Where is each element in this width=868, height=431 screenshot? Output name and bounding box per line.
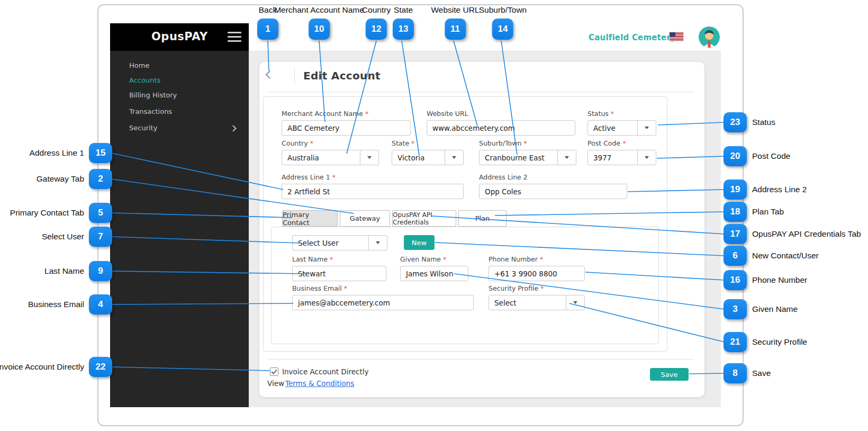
dropdown-arrow-icon[interactable] bbox=[566, 295, 584, 310]
dropdown-arrow-icon[interactable] bbox=[637, 121, 656, 135]
invoice-directly-label: Invoice Account Directly bbox=[282, 367, 369, 376]
callout-invoice-account-directly: Invoice Account Directly 22 bbox=[0, 357, 112, 377]
back-button[interactable] bbox=[264, 69, 274, 80]
business-email-field: Business Email* james@abccemetery.com bbox=[292, 284, 474, 310]
security-profile-field: Security Profile* Select bbox=[489, 284, 585, 310]
footer-divider bbox=[267, 359, 694, 360]
phone-number-input[interactable]: +61 3 9900 8800 bbox=[489, 266, 585, 281]
last-name-field: Last Name* Stewart bbox=[292, 255, 386, 281]
address-line-2-input[interactable]: Opp Coles bbox=[479, 184, 627, 199]
callout-badge-5: 5 bbox=[89, 203, 112, 223]
terms-and-conditions-link[interactable]: Terms & Conditions bbox=[285, 379, 354, 388]
callout-badge-20: 20 bbox=[724, 146, 747, 166]
required-asterisk: * bbox=[611, 110, 614, 118]
dropdown-arrow-icon[interactable] bbox=[360, 150, 378, 165]
callout-country: Country 12 bbox=[362, 5, 391, 40]
title-divider bbox=[294, 67, 295, 84]
dropdown-arrow-icon[interactable] bbox=[557, 150, 576, 165]
new-button[interactable]: New bbox=[404, 235, 435, 250]
address-line-1-field: Address Line 1* 2 Artfield St bbox=[282, 173, 464, 199]
callout-badge-10: 10 bbox=[309, 19, 330, 40]
invoice-directly-checkbox[interactable] bbox=[270, 367, 278, 376]
page-title: Edit Account bbox=[303, 69, 381, 82]
website-url-input[interactable]: www.abccemetery.com bbox=[427, 120, 575, 136]
callout-badge-21: 21 bbox=[724, 332, 747, 352]
given-name-field: Given Name* James Wilson bbox=[400, 255, 468, 281]
security-profile-select[interactable]: Select bbox=[489, 295, 585, 310]
dropdown-arrow-icon[interactable] bbox=[637, 150, 656, 165]
callout-status: 23 Status bbox=[724, 112, 775, 132]
callout-save: 8 Save bbox=[724, 363, 771, 383]
callout-badge-19: 19 bbox=[724, 179, 747, 200]
callout-plan-tab: 18 Plan Tab bbox=[724, 202, 784, 222]
required-asterisk: * bbox=[540, 255, 543, 263]
callout-security-profile: 21 Security Profile bbox=[724, 332, 807, 352]
address-line-2-field: Address Line 2 Opp Coles bbox=[479, 173, 627, 199]
callout-address-line-2: 19 Address Line 2 bbox=[724, 179, 807, 200]
tab-api-credentials[interactable]: OpusPAY API Credentials bbox=[392, 210, 456, 227]
phone-number-field: Phone Number* +61 3 9900 8800 bbox=[489, 255, 585, 281]
callout-badge-3: 3 bbox=[724, 299, 747, 319]
tab-gateway[interactable]: Gateway bbox=[340, 210, 390, 227]
callout-gateway-tab: Gateway Tab 2 bbox=[37, 169, 112, 189]
address-line-1-input[interactable]: 2 Artfield St bbox=[282, 184, 464, 199]
us-flag-icon bbox=[670, 32, 683, 41]
callout-badge-14: 14 bbox=[492, 19, 513, 40]
state-field: State* Victoria bbox=[392, 139, 464, 165]
callout-badge-8: 8 bbox=[724, 363, 747, 383]
select-user-dropdown[interactable]: Select User bbox=[292, 235, 387, 250]
save-button[interactable]: Save bbox=[650, 368, 689, 381]
callout-post-code: 20 Post Code bbox=[724, 146, 790, 166]
given-name-input[interactable]: James Wilson bbox=[400, 266, 468, 281]
callout-primary-contact-tab: Primary Contact Tab 5 bbox=[10, 203, 112, 223]
post-code-field: Post Code* 3977 bbox=[587, 139, 656, 165]
select-user-field: Select User bbox=[292, 235, 387, 250]
required-asterisk: * bbox=[523, 139, 527, 147]
callout-badge-12: 12 bbox=[366, 19, 387, 40]
sidebar-item-billing-history[interactable]: Billing History bbox=[129, 91, 235, 101]
required-asterisk: * bbox=[540, 284, 544, 292]
callout-business-email: Business Email 4 bbox=[28, 294, 112, 315]
dropdown-arrow-icon[interactable] bbox=[445, 150, 463, 165]
title-rule bbox=[267, 92, 694, 92]
sidebar-item-transactions[interactable]: Transactions bbox=[129, 107, 235, 117]
country-select[interactable]: Australia bbox=[282, 150, 379, 165]
suburb-town-select[interactable]: Cranbourne East bbox=[479, 150, 576, 165]
status-select[interactable]: Active bbox=[587, 120, 656, 136]
last-name-input[interactable]: Stewart bbox=[292, 266, 386, 281]
callout-select-user: Select User 7 bbox=[42, 227, 112, 247]
suburb-town-field: Suburb/Town* Cranbourne East bbox=[479, 139, 576, 165]
callout-badge-16: 16 bbox=[724, 270, 747, 290]
annotated-screenshot: OpusPAY Home Accounts Billing History Tr… bbox=[0, 0, 868, 431]
sidebar-item-accounts[interactable]: Accounts bbox=[129, 76, 235, 86]
business-email-input[interactable]: james@abccemetery.com bbox=[292, 295, 474, 310]
website-url-field: Website URL www.abccemetery.com bbox=[427, 110, 575, 136]
callout-badge-11: 11 bbox=[445, 19, 466, 40]
post-code-select[interactable]: 3977 bbox=[587, 150, 656, 165]
sidebar-item-home[interactable]: Home bbox=[129, 61, 235, 71]
callout-merchant-account-name: Merchant Account Name 10 bbox=[274, 5, 364, 40]
hamburger-menu-icon[interactable] bbox=[228, 32, 241, 42]
callout-api-credentials-tab: 17 OpusPAY API Credentials Tab bbox=[724, 224, 861, 244]
state-select[interactable]: Victoria bbox=[392, 150, 464, 165]
callout-badge-7: 7 bbox=[89, 227, 112, 247]
tab-primary-contact[interactable]: Primary Contact bbox=[282, 210, 338, 227]
required-asterisk: * bbox=[332, 173, 336, 181]
required-asterisk: * bbox=[310, 139, 313, 147]
required-asterisk: * bbox=[411, 139, 414, 147]
tab-plan[interactable]: Plan bbox=[458, 210, 507, 227]
status-field: Status* Active bbox=[587, 110, 656, 136]
merchant-account-name-input[interactable]: ABC Cemetery bbox=[282, 120, 411, 136]
callout-address-line-1: Address Line 1 15 bbox=[30, 143, 112, 163]
required-asterisk: * bbox=[443, 255, 446, 263]
merchant-account-name-field: Merchant Account Name* ABC Cemetery bbox=[282, 110, 411, 136]
sidebar-item-security[interactable]: Security bbox=[129, 124, 235, 133]
callout-badge-15: 15 bbox=[89, 143, 112, 163]
country-field: Country* Australia bbox=[282, 139, 379, 165]
callout-badge-23: 23 bbox=[724, 112, 747, 132]
callout-suburb-town: Suburb/Town 14 bbox=[479, 5, 527, 40]
callout-badge-6: 6 bbox=[724, 246, 747, 266]
dropdown-arrow-icon[interactable] bbox=[368, 236, 387, 250]
user-avatar[interactable] bbox=[699, 26, 720, 48]
callout-badge-2: 2 bbox=[89, 169, 112, 189]
